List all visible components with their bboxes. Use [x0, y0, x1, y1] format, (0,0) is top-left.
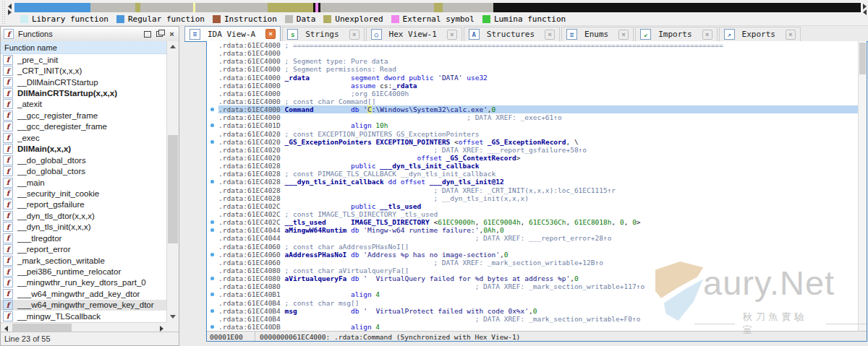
disassembly-line[interactable]: .rdata:61EC40B4 ; DATA XREF: _mark_secti…: [207, 315, 867, 323]
disassembly-line[interactable]: .rdata:61EC40B1 align 4: [207, 290, 867, 298]
function-list-item[interactable]: f__gcc_register_frame: [1, 110, 167, 121]
function-icon: f: [3, 99, 13, 109]
disassembly-line[interactable]: .rdata:61EC401D align 10h: [207, 121, 867, 129]
function-list-item[interactable]: f__mingw_TLScallback: [1, 311, 167, 321]
tab-exports[interactable]: ↗Exports×: [719, 27, 801, 41]
scroll-down-icon[interactable]: [167, 311, 179, 322]
disassembly-scroll-thumb[interactable]: [859, 43, 866, 74]
functions-panel-titlebar[interactable]: f Functions ×: [1, 27, 179, 42]
disassembly-line[interactable]: .rdata:61EC4000 _rdata segment dword pub…: [207, 74, 867, 82]
tab-close-icon[interactable]: ×: [702, 30, 712, 40]
float-button[interactable]: [154, 29, 165, 39]
disassembly-line[interactable]: .rdata:61EC4020 ; const EXCEPTION_POINTE…: [207, 130, 867, 138]
disassembly-line[interactable]: .rdata:61EC402C public __tls_used: [207, 202, 867, 210]
function-list-item[interactable]: f__mingwthr_run_key_dtors_part_0: [1, 277, 167, 288]
function-list-item[interactable]: f_CRT_INIT(x,x,x): [1, 65, 167, 76]
disassembly-line[interactable]: .rdata:61EC4060 aAddressPHasNoI db 'Addr…: [207, 251, 867, 259]
line-margin: [207, 282, 218, 290]
nav-right-arrow-icon[interactable]: [8, 9, 12, 15]
line-text: .rdata:61EC4020 offset _GS_ContextRecord…: [218, 154, 867, 162]
disassembly-line[interactable]: .rdata:61EC4000: [207, 49, 867, 57]
function-list-item[interactable]: f___w64_mingwthr_add_key_dtor: [1, 288, 167, 299]
disassembly-line[interactable]: .rdata:61EC4028 public ___dyn_tls_init_c…: [207, 162, 867, 170]
disassembly-line[interactable]: .rdata:61EC402C ; const IMAGE_TLS_DIRECT…: [207, 210, 867, 218]
disassembly-line[interactable]: .rdata:61EC4028 ___dyn_tls_init_callback…: [207, 178, 867, 186]
disassembly-line[interactable]: .rdata:61EC4000 ; DATA XREF: _exec+61↑o: [207, 113, 867, 121]
disassembly-line[interactable]: .rdata:61EC4020 _GS_ExceptionPointers EX…: [207, 138, 867, 146]
nav-band-right-arrow-icon[interactable]: [863, 4, 867, 9]
scroll-up-icon[interactable]: [167, 41, 179, 52]
function-list-item[interactable]: f___w64_mingwthr_remove_key_dtor: [1, 300, 167, 311]
function-list-item[interactable]: f__do_global_dtors: [1, 155, 167, 165]
disassembly-line[interactable]: .rdata:61EC4020 offset _GS_ContextRecord…: [207, 154, 867, 162]
function-list-item[interactable]: f__gcc_deregister_frame: [1, 121, 167, 132]
disassembly-line[interactable]: .rdata:61EC4044 aMingwW64Runtim db 'Ming…: [207, 226, 867, 234]
tab-hex-view-1[interactable]: ○Hex View-1×: [366, 27, 462, 41]
disassembly-line[interactable]: .rdata:61EC4000 ;org 61EC4000h: [207, 90, 867, 98]
tab-close-icon[interactable]: ×: [447, 30, 457, 40]
disassembly-line[interactable]: .rdata:61EC4080 ; DATA XREF: _mark_secti…: [207, 282, 867, 290]
disassembly-line[interactable]: .rdata:61EC4000 ; Segment permissions: R…: [207, 65, 867, 73]
disassembly-line[interactable]: .rdata:61EC4028 ; __dyn_tls_init(x,x,x): [207, 194, 867, 202]
function-list-item[interactable]: f_mark_section_writable: [1, 255, 167, 266]
disassembly-line[interactable]: .rdata:61EC40B4 ; const char msg[]: [207, 299, 867, 307]
functions-vertical-scrollbar[interactable]: [166, 41, 179, 322]
disassembly-line[interactable]: .rdata:61EC4044 ; DATA XREF: ___report_e…: [207, 234, 867, 242]
disassembly-line[interactable]: .rdata:61EC4000 ; const char Command[]: [207, 98, 867, 105]
disassembly-line[interactable]: .rdata:61EC4028 ; DATA XREF: _CRT_INIT(x…: [207, 186, 867, 194]
disassembly-line[interactable]: .rdata:61EC4000 ; ======================…: [207, 41, 867, 49]
function-list-item[interactable]: fDllMainCRTStartup(x,x,x): [1, 87, 167, 98]
function-list-item[interactable]: f_exec: [1, 132, 167, 143]
tab-close-icon[interactable]: ×: [265, 29, 276, 39]
function-list-item[interactable]: f__dyn_tls_dtor(x,x,x): [1, 210, 167, 221]
function-list-item[interactable]: f__DllMainCRTStartup: [1, 77, 167, 87]
tab-strings[interactable]: sStrings×: [282, 27, 364, 41]
disassembly-line[interactable]: .rdata:61EC4028 ; const PIMAGE_TLS_CALLB…: [207, 170, 867, 178]
maximize-button[interactable]: [142, 29, 153, 39]
function-list-item[interactable]: f__dyn_tls_init(x,x,x): [1, 222, 167, 233]
vertical-scroll-thumb[interactable]: [168, 135, 178, 243]
tab-close-icon[interactable]: ×: [618, 30, 629, 40]
disassembly-vertical-scrollbar[interactable]: [858, 41, 867, 331]
nav-band-left-arrow-icon[interactable]: [863, 9, 867, 15]
disassembly-line[interactable]: .rdata:61EC4060 ; DATA XREF: _mark_secti…: [207, 259, 867, 267]
disassembly-line[interactable]: .rdata:61EC4060 ; const char aAddressPHa…: [207, 243, 867, 251]
function-list-item[interactable]: f__do_global_ctors: [1, 165, 167, 176]
function-name: __report_gsfailure: [17, 200, 85, 209]
disassembly-line[interactable]: .rdata:61EC40B4 msg db ' VirtualProtect …: [207, 307, 867, 315]
function-list-item[interactable]: f__report_error: [1, 243, 167, 254]
disassembly-listing[interactable]: .rdata:61EC4000 ; ======================…: [207, 41, 867, 331]
close-panel-button[interactable]: ×: [166, 29, 177, 39]
toolbar-grip[interactable]: [1, 1, 6, 24]
disassembly-line[interactable]: .rdata:61EC4000 Command db 'C:\Windows\S…: [207, 105, 867, 113]
function-list-item[interactable]: fDllMain(x,x,x): [1, 144, 167, 155]
tab-close-icon[interactable]: ×: [545, 30, 555, 40]
disassembly-line[interactable]: .rdata:61EC4020 ; DATA XREF: ___report_g…: [207, 146, 867, 154]
navigation-band[interactable]: [14, 3, 861, 12]
disassembly-line[interactable]: .rdata:61EC4080 aVirtualqueryFa db ' Vir…: [207, 274, 867, 282]
tab-enums[interactable]: ≡Enums×: [561, 27, 634, 41]
disassembly-line[interactable]: .rdata:61EC402C __tls_used IMAGE_TLS_DIR…: [207, 218, 867, 226]
disassembly-line[interactable]: .rdata:61EC4000 ; Segment type: Pure dat…: [207, 57, 867, 65]
function-list-item[interactable]: f___tlregdtor: [1, 233, 167, 243]
function-name-column-header[interactable]: Function name: [1, 41, 167, 54]
tab-close-icon[interactable]: ×: [786, 30, 796, 40]
function-name: DllMain(x,x,x): [17, 144, 71, 153]
disassembly-line[interactable]: .rdata:61EC4080 ; const char aVirtualque…: [207, 267, 867, 274]
function-list-item[interactable]: f_atexit: [1, 99, 167, 110]
function-list-item[interactable]: f_pre_c_init: [1, 54, 167, 65]
nav-band-segment: [434, 3, 443, 12]
function-list-item[interactable]: f__report_gsfailure: [1, 199, 167, 210]
tab-close-icon[interactable]: ×: [349, 30, 359, 40]
nav-left-arrow-icon[interactable]: [8, 4, 12, 9]
tab-icon: ↙: [640, 29, 651, 40]
tab-imports[interactable]: ↙Imports×: [635, 27, 717, 41]
disassembly-line[interactable]: .rdata:61EC4000 assume cs:_rdata: [207, 82, 867, 90]
function-icon: f: [3, 88, 13, 98]
function-list-item[interactable]: f__main: [1, 177, 167, 188]
function-list-item[interactable]: f__security_init_cookie: [1, 188, 167, 199]
tab-ida-view-a[interactable]: ≡IDA View-A×: [184, 26, 281, 41]
disassembly-line[interactable]: .rdata:61EC40DB align 4: [207, 323, 867, 331]
function-list-item[interactable]: f__pei386_runtime_relocator: [1, 266, 167, 277]
tab-structures[interactable]: AStructures×: [464, 27, 560, 41]
